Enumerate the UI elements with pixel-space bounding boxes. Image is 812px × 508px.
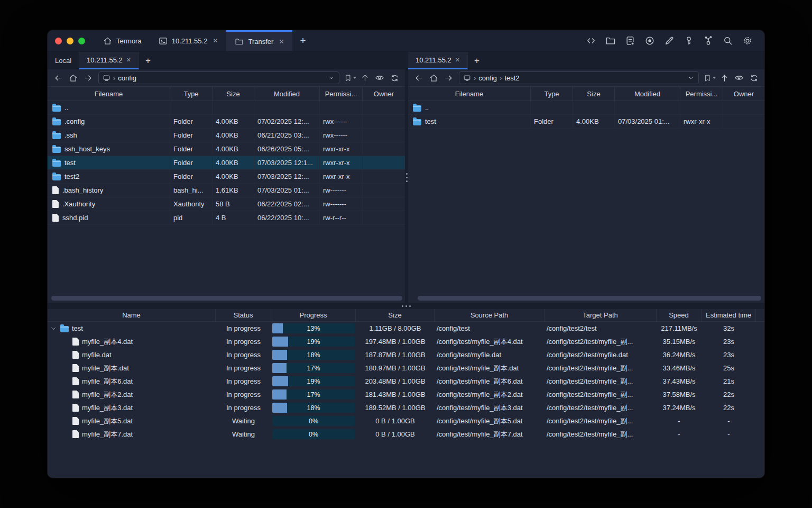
column-header-size[interactable]: Size <box>213 87 254 101</box>
file-size: 4.00KB <box>213 156 254 169</box>
file-row[interactable]: .. <box>48 101 405 115</box>
bookmark-dropdown-caret[interactable] <box>713 77 716 79</box>
bookmark-dropdown-caret[interactable] <box>353 77 356 79</box>
close-tab-icon[interactable]: ✕ <box>279 38 284 46</box>
chevron-down-icon[interactable] <box>328 74 335 81</box>
file-row[interactable]: .Xauthority Xauthority 58 B 06/22/2025 0… <box>48 197 405 211</box>
horizontal-scrollbar[interactable] <box>418 296 761 301</box>
file-permissions: rw-r--r-- <box>320 211 363 224</box>
path-segment[interactable]: config <box>478 74 497 82</box>
column-header-filename[interactable]: Filename <box>48 87 170 101</box>
file-row[interactable]: sshd.pid pid 4 B 06/22/2025 10:... rw-r-… <box>48 211 405 225</box>
column-header-owner[interactable]: Owner <box>723 87 764 101</box>
column-header-type[interactable]: Type <box>170 87 213 101</box>
tab-remote-10-211-55-2[interactable]: 10.211.55.2 ✕ <box>79 52 139 69</box>
column-header-type[interactable]: Type <box>531 87 573 101</box>
search-icon[interactable] <box>723 35 733 46</box>
home-icon[interactable] <box>427 71 440 84</box>
column-header-permissions[interactable]: Permissi... <box>320 87 363 101</box>
transfer-row[interactable]: myfile_副本.dat In progress 17% 180.97MB /… <box>48 361 764 375</box>
close-window-button[interactable] <box>55 38 62 44</box>
column-header-size[interactable]: Size <box>573 87 615 101</box>
code-icon[interactable] <box>586 35 596 46</box>
fullscreen-window-button[interactable] <box>78 38 85 44</box>
log-icon[interactable] <box>625 35 635 46</box>
new-panel-tab-button[interactable]: + <box>468 52 486 69</box>
column-header-modified[interactable]: Modified <box>254 87 320 101</box>
file-size: 4 B <box>213 211 254 224</box>
column-header-progress[interactable]: Progress <box>271 309 356 321</box>
transfer-row[interactable]: myfile_副本7.dat Waiting 0% 0 B / 1.00GB /… <box>48 428 764 441</box>
refresh-icon[interactable] <box>388 71 401 84</box>
file-row[interactable]: .ssh Folder 4.00KB 06/21/2025 03:... rwx… <box>48 129 405 142</box>
column-header-permissions[interactable]: Permissi... <box>680 87 723 101</box>
show-hidden-eye-icon[interactable] <box>373 71 386 84</box>
tab-terminal-session[interactable]: 10.211.55.2 ✕ <box>150 30 227 51</box>
file-row[interactable]: .bash_history bash_hi... 1.61KB 07/03/20… <box>48 184 405 197</box>
keychain-icon[interactable] <box>703 35 714 46</box>
column-header-owner[interactable]: Owner <box>363 87 405 101</box>
minimize-window-button[interactable] <box>67 38 73 44</box>
column-header-source-path[interactable]: Source Path <box>435 309 545 321</box>
column-header-filename[interactable]: Filename <box>408 87 531 101</box>
progress-label: 19% <box>272 337 355 347</box>
refresh-icon[interactable] <box>748 71 760 84</box>
left-path-field[interactable]: › config <box>98 71 339 84</box>
chevron-down-icon[interactable] <box>687 74 695 81</box>
file-row[interactable]: .. <box>408 101 764 115</box>
tab-termora-home[interactable]: Termora <box>95 30 150 51</box>
bookmark-icon[interactable] <box>344 71 356 84</box>
transfer-row[interactable]: myfile_副本4.dat In progress 19% 197.48MB … <box>48 335 764 348</box>
edit-icon[interactable] <box>664 35 675 46</box>
column-header-speed[interactable]: Speed <box>657 309 702 321</box>
column-header-size[interactable]: Size <box>356 309 435 321</box>
show-hidden-eye-icon[interactable] <box>733 71 745 84</box>
chevron-down-icon[interactable] <box>50 325 57 332</box>
close-tab-icon[interactable]: ✕ <box>213 37 218 44</box>
tab-remote-10-211-55-2[interactable]: 10.211.55.2 ✕ <box>408 52 468 69</box>
upload-up-icon[interactable] <box>358 71 371 84</box>
file-row[interactable]: ssh_host_keys Folder 4.00KB 06/26/2025 0… <box>48 142 405 156</box>
right-path-field[interactable]: › config › test2 <box>459 71 699 84</box>
path-segment[interactable]: config <box>118 74 136 82</box>
column-header-name[interactable]: Name <box>48 309 216 321</box>
path-segment[interactable]: test2 <box>504 74 519 82</box>
column-header-estimated-time[interactable]: Estimated time <box>702 309 756 321</box>
bookmark-icon[interactable] <box>703 71 716 84</box>
file-row[interactable]: test2 Folder 4.00KB 07/03/2025 12:... rw… <box>48 170 405 184</box>
transfer-row[interactable]: myfile_副本5.dat Waiting 0% 0 B / 1.00GB /… <box>48 414 764 428</box>
horizontal-scrollbar[interactable] <box>51 296 402 301</box>
column-header-modified[interactable]: Modified <box>615 87 680 101</box>
close-tab-icon[interactable]: ✕ <box>455 57 460 64</box>
column-header-target-path[interactable]: Target Path <box>545 309 657 321</box>
file-row[interactable]: test Folder 4.00KB 07/03/2025 12:1... rw… <box>48 156 405 170</box>
key-icon[interactable] <box>684 35 694 46</box>
tab-local[interactable]: Local <box>48 52 79 69</box>
settings-icon[interactable] <box>742 35 753 46</box>
back-icon[interactable] <box>52 71 64 84</box>
tab-transfer[interactable]: Transfer ✕ <box>226 30 292 51</box>
upload-up-icon[interactable] <box>718 71 731 84</box>
transfer-status: In progress <box>216 322 271 335</box>
home-icon[interactable] <box>67 71 79 84</box>
record-icon[interactable] <box>644 35 655 46</box>
forward-icon[interactable] <box>442 71 455 84</box>
column-header-status[interactable]: Status <box>216 309 271 321</box>
file-row[interactable]: test Folder 4.00KB 07/03/2025 01:... rwx… <box>408 115 764 129</box>
new-window-tab-button[interactable]: + <box>292 30 313 51</box>
transfer-row[interactable]: myfile_副本6.dat In progress 19% 203.48MB … <box>48 375 764 388</box>
close-tab-icon[interactable]: ✕ <box>126 57 131 64</box>
back-icon[interactable] <box>412 71 425 84</box>
transfer-panel: Name Status Progress Size Source Path Ta… <box>48 309 764 478</box>
forward-icon[interactable] <box>81 71 94 84</box>
transfer-row[interactable]: myfile_副本2.dat In progress 17% 181.43MB … <box>48 388 764 401</box>
new-panel-tab-button[interactable]: + <box>139 52 157 69</box>
transfer-row[interactable]: myfile.dat In progress 18% 187.87MB / 1.… <box>48 348 764 361</box>
transfer-row[interactable]: myfile_副本3.dat In progress 18% 189.52MB … <box>48 401 764 414</box>
transfer-splitter[interactable] <box>48 303 764 309</box>
folder-icon[interactable] <box>605 35 616 46</box>
transfer-row[interactable]: test In progress 13% 1.11GB / 8.00GB /co… <box>48 322 764 335</box>
file-row[interactable]: .config Folder 4.00KB 07/02/2025 12:... … <box>48 115 405 129</box>
progress-label: 13% <box>272 323 355 333</box>
transfer-status: In progress <box>216 388 271 401</box>
